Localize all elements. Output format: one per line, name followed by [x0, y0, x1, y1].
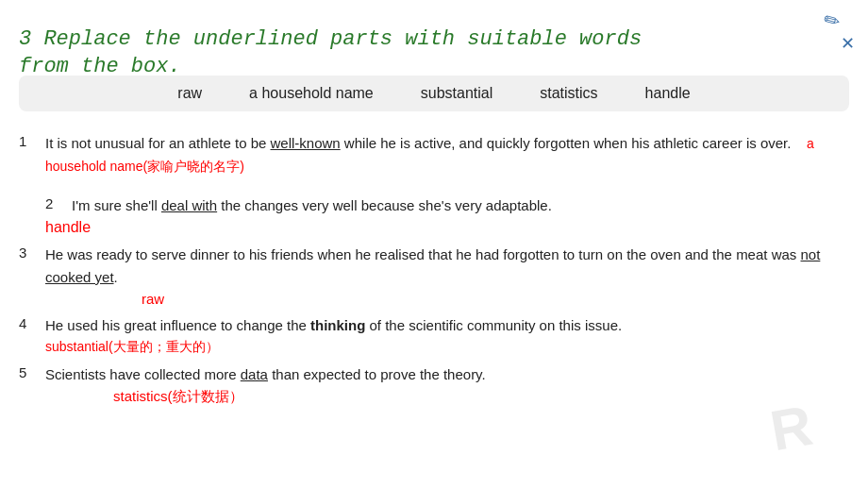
- q5-text: Scientists have collected more data than…: [45, 363, 486, 386]
- word-box: raw a household name substantial statist…: [19, 76, 849, 111]
- word-statistics: statistics: [540, 85, 597, 102]
- question-4: 4 He used his great influence to change …: [19, 314, 849, 356]
- q4-number: 4: [19, 314, 45, 331]
- q1-text: It is not unusual for an athlete to be w…: [45, 132, 849, 177]
- question-3: 3 He was ready to serve dinner to his fr…: [19, 244, 849, 307]
- question-5: 5 Scientists have collected more data th…: [19, 363, 849, 406]
- instruction-line2: from the box.: [19, 55, 181, 78]
- q1-answer: a household name(家喻户晓的名字): [45, 136, 814, 174]
- question-1: 1 It is not unusual for an athlete to be…: [19, 132, 849, 177]
- q1-underlined: well-known: [271, 135, 341, 151]
- instruction-text: 3 Replace the underlined parts with suit…: [19, 26, 642, 80]
- pen-icon: ✎: [819, 7, 844, 34]
- q2-underlined: deal with: [161, 197, 217, 213]
- q5-number: 5: [19, 363, 45, 380]
- questions-area: 1 It is not unusual for an athlete to be…: [19, 132, 849, 413]
- word-handle: handle: [645, 85, 691, 102]
- q3-answer: raw: [142, 291, 164, 307]
- q2-answer: handle: [45, 219, 91, 236]
- q5-answer: statistics(统计数据）: [113, 388, 243, 406]
- q1-number: 1: [19, 132, 45, 149]
- q2-number: 2: [45, 194, 72, 211]
- q4-answer: substantial(大量的；重大的）: [45, 339, 219, 356]
- q4-bold: thinking: [310, 317, 365, 333]
- q3-underlined: not cooked yet: [45, 246, 820, 285]
- instruction-line1: 3 Replace the underlined parts with suit…: [19, 27, 642, 51]
- word-substantial: substantial: [421, 85, 493, 102]
- q3-text: He was ready to serve dinner to his frie…: [45, 244, 849, 289]
- q3-number: 3: [19, 244, 45, 261]
- word-household-name: a household name: [249, 85, 374, 102]
- q4-text: He used his great influence to change th…: [45, 314, 622, 337]
- q2-text: I'm sure she'll deal with the changes ve…: [72, 194, 552, 217]
- close-icon[interactable]: ✕: [841, 33, 855, 54]
- word-raw: raw: [177, 85, 202, 102]
- q5-underlined: data: [241, 366, 268, 382]
- question-2: 2 I'm sure she'll deal with the changes …: [45, 194, 849, 236]
